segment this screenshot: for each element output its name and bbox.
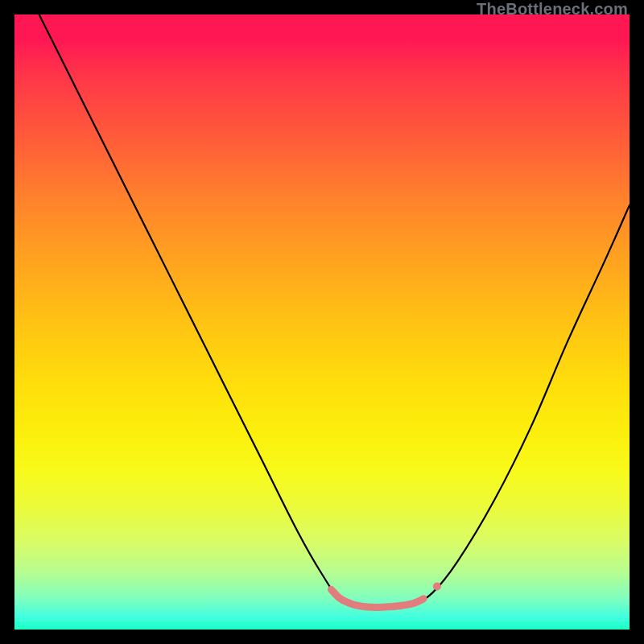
watermark-text: TheBottleneck.com: [477, 0, 628, 19]
chart-container: TheBottleneck.com: [0, 0, 644, 644]
bottleneck-curve: [39, 14, 630, 608]
trough-highlight: [331, 589, 423, 607]
right-dot-marker: [433, 583, 441, 591]
bottleneck-curve-svg: [14, 14, 630, 630]
